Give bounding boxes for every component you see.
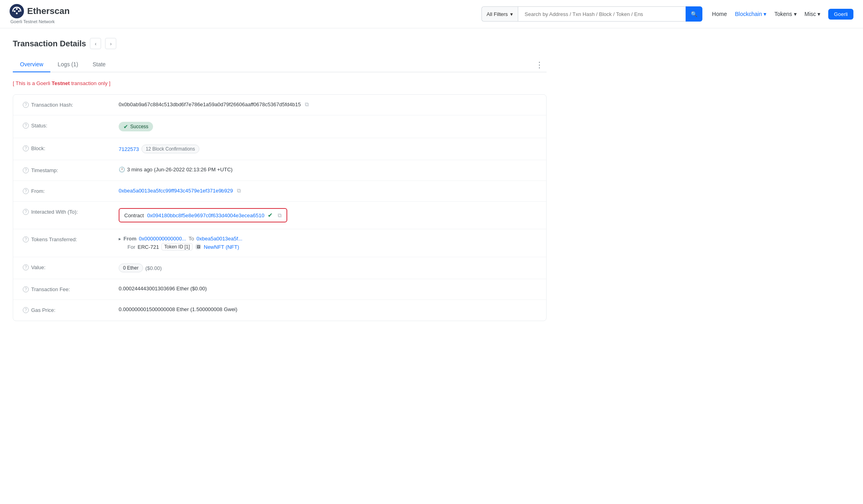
token-from-label: From [123,236,137,242]
value-block: 7122573 12 Block Confirmations [119,145,537,153]
token-for-line: For ERC-721 Token ID [1] 🖼 NewNFT (NFT) [119,243,243,250]
nav-home[interactable]: Home [712,11,727,17]
row-from: ? From: 0xbea5a0013ea5fcc99ff943c4579e1e… [13,181,546,202]
token-to-addr-link[interactable]: 0xbea5a0013ea5f... [197,236,243,242]
testnet-suffix: transaction only ] [70,80,111,86]
nav-misc[interactable]: Misc ▾ [805,11,821,17]
contract-address-link[interactable]: 0x094180bbc8f5e8e9697c0f633d4004e3ecea65… [147,212,264,218]
tab-state[interactable]: State [86,57,113,72]
token-standard: ERC-721 [138,244,159,250]
help-icon-block[interactable]: ? [23,145,29,151]
logo-text: Etherscan [27,6,70,16]
svg-point-3 [18,10,20,12]
label-from: ? From: [23,187,119,194]
label-block: ? Block: [23,145,119,151]
next-tx-button[interactable]: › [105,38,116,49]
timestamp-label-text: Timestamp: [31,167,58,173]
status-check-icon: ✔ [123,123,128,130]
testnet-prefix: [ This is a Goerli [13,80,52,86]
tokens-label-text: Tokens Transferred: [31,236,77,242]
header: Etherscan Goerli Testnet Network All Fil… [0,0,863,28]
prev-tx-button[interactable]: ‹ [90,38,101,49]
svg-point-1 [14,10,16,12]
help-icon-from[interactable]: ? [23,188,29,194]
search-input[interactable] [518,6,686,22]
row-gas-price: ? Gas Price: 0.000000001500000008 Ether … [13,300,546,321]
row-value: ? Value: 0 Ether ($0.00) [13,257,546,279]
label-interacted-with: ? Interacted With (To): [23,208,119,215]
token-for-label: For [127,244,135,250]
value-eth: 0 Ether ($0.00) [119,264,537,272]
logo-row: Etherscan [10,4,70,18]
logo-area: Etherscan Goerli Testnet Network [10,4,70,24]
tab-logs[interactable]: Logs (1) [50,57,85,72]
txhash-label-text: Transaction Hash: [31,102,73,108]
help-icon-txhash[interactable]: ? [23,102,29,108]
verified-icon: ✔ [268,212,273,219]
nav-blockchain[interactable]: Blockchain ▾ [735,11,766,17]
nft-icon: 🖼 [195,244,201,250]
blockchain-chevron-icon: ▾ [764,11,766,17]
fee-value: 0.00024444300130369​6 Ether ($0.00) [119,286,207,292]
contract-label: Contract [124,212,144,218]
block-number-link[interactable]: 7122573 [119,146,139,152]
help-icon-tokens[interactable]: ? [23,236,29,242]
row-timestamp: ? Timestamp: 🕐 3 mins ago (Jun-26-2022 0… [13,160,546,181]
page-title-row: Transaction Details ‹ › [13,38,547,49]
token-transfer-row: ▸ From 0x0000000000000... To 0xbea5a0013… [119,236,243,250]
row-interacted-with: ? Interacted With (To): Contract 0x09418… [13,202,546,229]
svg-point-0 [10,4,24,18]
svg-point-4 [16,12,18,14]
label-transaction-hash: ? Transaction Hash: [23,101,119,108]
clock-icon: 🕐 [119,167,125,173]
token-from-addr-link[interactable]: 0x0000000000000... [139,236,187,242]
help-icon-to[interactable]: ? [23,209,29,215]
value-from: 0xbea5a0013ea5fcc99ff943c4579e1ef371e9b9… [119,187,537,194]
tabs-bar: Overview Logs (1) State ⋮ [13,57,547,72]
chevron-down-icon: ▾ [510,11,513,17]
value-interacted-with: Contract 0x094180bbc8f5e8e9697c0f633d400… [119,208,537,222]
row-transaction-hash: ? Transaction Hash: 0x0b0ab9a67c884c513d… [13,95,546,115]
label-transaction-fee: ? Transaction Fee: [23,286,119,292]
goerli-button[interactable]: Goerli [828,9,853,20]
help-icon-fee[interactable]: ? [23,286,29,292]
token-to-label: To [189,236,194,242]
value-transaction-fee: 0.00024444300130369​6 Ether ($0.00) [119,286,537,292]
confirmations-badge: 12 Block Confirmations [141,145,199,153]
help-icon-status[interactable]: ? [23,123,29,129]
row-status: ? Status: ✔ Success [13,115,546,138]
help-icon-gas[interactable]: ? [23,307,29,313]
token-arrow-icon: ▸ [119,236,121,242]
tab-overview[interactable]: Overview [13,57,50,72]
svg-point-2 [16,8,18,10]
nft-name-link[interactable]: NewNFT (NFT) [204,244,239,250]
timestamp-text: 🕐 3 mins ago (Jun-26-2022 02:13:26 PM +U… [119,167,233,173]
label-value: ? Value: [23,264,119,270]
search-button[interactable]: 🔍 [686,6,702,22]
value-tokens-transferred: ▸ From 0x0000000000000... To 0xbea5a0013… [119,236,537,250]
value-label-text: Value: [31,264,46,270]
copy-from-button[interactable]: ⧉ [237,187,241,194]
value-gas-price: 0.000000001500000008 Ether (1.500000008 … [119,306,537,312]
from-address-link[interactable]: 0xbea5a0013ea5fcc99ff943c4579e1ef371e9b9… [119,188,233,194]
row-block: ? Block: 7122573 12 Block Confirmations [13,138,546,160]
chevron-left-icon: ‹ [95,41,96,47]
token-id-box[interactable]: Token ID [1] [161,243,193,250]
copy-contract-button[interactable]: ⧉ [278,212,282,219]
testnet-banner: [ This is a Goerli Testnet transaction o… [13,80,547,86]
page-title: Transaction Details [13,39,86,48]
value-status: ✔ Success [119,122,537,131]
gas-label-text: Gas Price: [31,307,56,313]
contract-box: Contract 0x094180bbc8f5e8e9697c0f633d400… [119,208,287,222]
tab-menu-button[interactable]: ⋮ [532,60,547,69]
help-icon-timestamp[interactable]: ? [23,167,29,173]
copy-txhash-button[interactable]: ⧉ [305,101,309,108]
gas-price-value: 0.000000001500000008 Ether (1.500000008 … [119,306,237,312]
search-icon: 🔍 [691,11,698,17]
nav-tokens[interactable]: Tokens ▾ [774,11,796,17]
help-icon-value[interactable]: ? [23,264,29,270]
ether-badge: 0 Ether [119,264,143,272]
filter-select[interactable]: All Filters ▾ [481,6,518,22]
block-label-text: Block: [31,145,45,151]
txhash-value: 0x0b0ab9a67c884c513dbd6f7e786e1a59a0d79f… [119,101,301,107]
